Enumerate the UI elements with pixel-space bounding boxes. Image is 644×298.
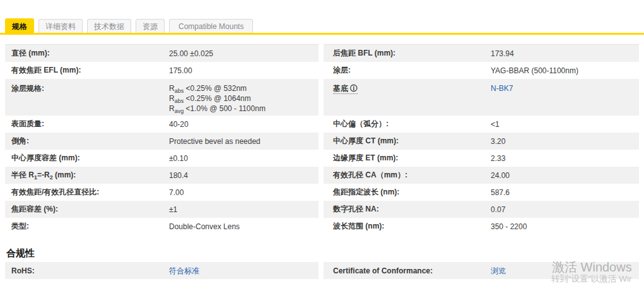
spec-value-line: Rabs <0.25% @ 1064nm [169,93,312,104]
spec-row: 倒角:Protective bevel as needed [5,133,319,150]
spec-row: 边缘厚度 ET (mm):2.33 [324,150,639,167]
spec-value: Rabs <0.25% @ 532nmRabs <0.25% @ 1064nmR… [169,83,312,114]
tab-bar: 规格详细资料技术数据资源Compatible Mounts [5,18,257,33]
view-certificate-link[interactable]: 浏览 [491,266,506,275]
spec-label: 有效焦距 EFL (mm): [11,65,169,76]
tab-specs[interactable]: 规格 [5,18,34,33]
spec-value: 180.4 [169,170,312,181]
spec-tables: 直径 (mm):25.00 ±0.025有效焦距 EFL (mm):175.00… [5,44,639,235]
spec-label: 焦距容差 (%): [11,204,169,215]
spec-label: 焦距指定波长 (nm): [333,187,491,198]
compliance-tables: RoHS:符合标准 Certificate of Conformance:浏览 [5,262,639,279]
spec-row: 基底ⓘN-BK7 [324,79,639,116]
spec-row: 有效焦距 EFL (mm):175.00 [5,62,319,79]
spec-value: 24.00 [491,170,633,181]
spec-row: 直径 (mm):25.00 ±0.025 [5,45,319,62]
spec-value: Protective bevel as needed [169,136,312,146]
spec-row: 波长范围 (nm):350 - 2200 [324,218,639,235]
spec-value: Double-Convex Lens [169,222,312,232]
spec-row: 类型:Double-Convex Lens [5,218,319,235]
spec-page: 规格详细资料技术数据资源Compatible Mounts 直径 (mm):25… [0,0,644,298]
spec-row: 中心偏（弧分）:<1 [324,116,639,133]
spec-label: 倒角: [11,136,169,146]
spec-value: <1 [491,119,633,129]
spec-value: N-BK7 [491,83,633,93]
spec-label: 半径 R1=-R2 (mm): [11,170,169,181]
tab-details[interactable]: 详细资料 [38,19,83,33]
spec-label: 表面质量: [11,119,169,129]
spec-label: 类型: [11,221,169,232]
spec-value: 25.00 ±0.025 [169,49,312,59]
spec-label: 数字孔径 NA: [333,204,491,215]
spec-row: 半径 R1=-R2 (mm):180.4 [5,167,319,184]
spec-label: 边缘厚度 ET (mm): [333,153,491,164]
accent-bar [0,33,644,35]
rohs-compliant-link[interactable]: 符合标准 [169,266,199,275]
spec-value: 173.94 [491,49,633,59]
spec-value-line: Rabs <0.25% @ 532nm [169,83,312,93]
spec-row: 后焦距 BFL (mm):173.94 [324,45,639,62]
tab-resources[interactable]: 资源 [136,19,165,33]
spec-value: 2.33 [491,153,633,164]
spec-value: 350 - 2200 [491,222,633,232]
spec-label: 中心偏（弧分）: [333,119,491,129]
compliance-heading: 合规性 [6,247,35,259]
spec-label: 有效孔径 CA（mm）: [333,170,491,181]
spec-label: 波长范围 (nm): [333,221,491,232]
spec-row: 中心厚度容差 (mm):±0.10 [5,150,319,167]
spec-label: 直径 (mm): [11,48,169,59]
spec-row: 有效焦距/有效孔径直径比:7.00 [5,184,319,201]
spec-label-text: 基底ⓘ [333,84,358,94]
spec-value: ±0.10 [169,153,312,164]
spec-label: Certificate of Conformance: [333,266,491,275]
spec-row: 焦距指定波长 (nm):587.6 [324,184,639,201]
tab-technical-data[interactable]: 技术数据 [87,19,131,33]
spec-label: 涂层: [333,65,491,76]
spec-label: 后焦距 BFL (mm): [333,48,491,59]
spec-label: 涂层规格: [11,83,169,94]
info-icon[interactable]: ⓘ [350,83,358,94]
spec-value: 7.00 [169,188,312,198]
spec-row: RoHS:符合标准 [5,262,319,279]
spec-label: 中心厚度 CT (mm): [333,136,491,146]
spec-value: 175.00 [169,66,312,76]
spec-row: 中心厚度 CT (mm):3.20 [324,133,639,150]
spec-value-line: Ravg <1.0% @ 500 - 1100nm [169,104,312,114]
spec-row: 数字孔径 NA:0.07 [324,201,639,218]
spec-table-right: 后焦距 BFL (mm):173.94涂层:YAG-BBAR (500-1100… [324,44,639,235]
spec-value: 3.20 [491,136,633,146]
spec-value: YAG-BBAR (500-1100nm) [491,66,633,76]
spec-table-left: 直径 (mm):25.00 ±0.025有效焦距 EFL (mm):175.00… [5,44,319,235]
spec-value: 0.07 [491,205,633,215]
spec-row: 有效孔径 CA（mm）:24.00 [324,167,639,184]
tab-compatible-mounts[interactable]: Compatible Mounts [169,19,253,33]
spec-row: 焦距容差 (%):±1 [5,201,319,218]
spec-value: 40-20 [169,119,312,129]
spec-label: 基底ⓘ [333,83,491,94]
spec-row: 涂层规格:Rabs <0.25% @ 532nmRabs <0.25% @ 10… [5,79,319,116]
spec-value: 符合标准 [169,266,312,276]
compliance-table-left: RoHS:符合标准 [5,262,319,279]
spec-row: 涂层:YAG-BBAR (500-1100nm) [324,62,639,79]
spec-label: 有效焦距/有效孔径直径比: [11,187,169,198]
substrate-link[interactable]: N-BK7 [491,84,513,93]
spec-row: 表面质量:40-20 [5,116,319,133]
windows-activation-hint: 转到“设置”以激活 Wir [551,273,631,285]
spec-label: 中心厚度容差 (mm): [11,153,169,164]
spec-value: 587.6 [491,188,633,198]
spec-value: ±1 [169,205,312,215]
spec-label: RoHS: [11,266,169,275]
